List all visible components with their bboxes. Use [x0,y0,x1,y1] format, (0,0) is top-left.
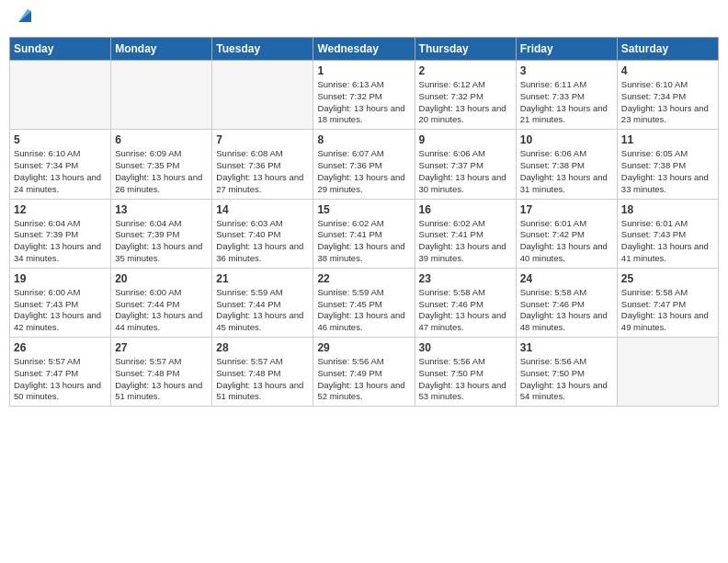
day-number: 23 [419,272,512,285]
day-info: Sunrise: 5:57 AM Sunset: 7:47 PM Dayligh… [14,356,107,403]
day-info: Sunrise: 6:02 AM Sunset: 7:41 PM Dayligh… [419,218,512,265]
day-number: 24 [520,272,613,285]
week-row-4: 19Sunrise: 6:00 AM Sunset: 7:43 PM Dayli… [10,268,719,337]
day-number: 12 [14,203,107,216]
logo [13,9,35,29]
calendar-cell: 12Sunrise: 6:04 AM Sunset: 7:39 PM Dayli… [10,199,111,268]
calendar-cell: 27Sunrise: 5:57 AM Sunset: 7:48 PM Dayli… [111,338,212,407]
calendar-cell: 30Sunrise: 5:56 AM Sunset: 7:50 PM Dayli… [415,338,516,407]
calendar-cell: 18Sunrise: 6:01 AM Sunset: 7:43 PM Dayli… [617,199,718,268]
day-number: 25 [621,272,714,285]
week-row-2: 5Sunrise: 6:10 AM Sunset: 7:34 PM Daylig… [10,130,719,199]
calendar-cell [212,61,313,130]
day-info: Sunrise: 6:02 AM Sunset: 7:41 PM Dayligh… [317,218,410,265]
calendar-cell [617,338,718,407]
day-number: 13 [115,203,208,216]
calendar-cell: 3Sunrise: 6:11 AM Sunset: 7:33 PM Daylig… [516,61,617,130]
page: SundayMondayTuesdayWednesdayThursdayFrid… [0,0,728,563]
day-info: Sunrise: 6:04 AM Sunset: 7:39 PM Dayligh… [14,218,107,265]
day-header-sunday: Sunday [10,38,111,61]
day-number: 9 [419,133,512,146]
calendar-cell: 4Sunrise: 6:10 AM Sunset: 7:34 PM Daylig… [617,61,718,130]
week-row-1: 1Sunrise: 6:13 AM Sunset: 7:32 PM Daylig… [10,61,719,130]
day-info: Sunrise: 6:00 AM Sunset: 7:44 PM Dayligh… [115,287,208,334]
calendar-cell: 9Sunrise: 6:06 AM Sunset: 7:37 PM Daylig… [415,130,516,199]
calendar-cell: 11Sunrise: 6:05 AM Sunset: 7:38 PM Dayli… [617,130,718,199]
day-number: 29 [317,341,410,354]
day-number: 20 [115,272,208,285]
day-number: 11 [621,133,714,146]
day-info: Sunrise: 6:06 AM Sunset: 7:38 PM Dayligh… [520,148,613,195]
day-info: Sunrise: 5:56 AM Sunset: 7:50 PM Dayligh… [419,356,512,403]
day-number: 5 [14,133,107,146]
day-header-saturday: Saturday [617,38,718,61]
calendar-header-row: SundayMondayTuesdayWednesdayThursdayFrid… [10,38,719,61]
day-number: 10 [520,133,613,146]
week-row-3: 12Sunrise: 6:04 AM Sunset: 7:39 PM Dayli… [10,199,719,268]
calendar-cell: 6Sunrise: 6:09 AM Sunset: 7:35 PM Daylig… [111,130,212,199]
day-number: 26 [14,341,107,354]
calendar-cell: 28Sunrise: 5:57 AM Sunset: 7:48 PM Dayli… [212,338,313,407]
day-header-wednesday: Wednesday [313,38,415,61]
calendar-cell: 20Sunrise: 6:00 AM Sunset: 7:44 PM Dayli… [111,268,212,337]
day-header-thursday: Thursday [415,38,516,61]
day-number: 22 [317,272,410,285]
calendar-cell: 13Sunrise: 6:04 AM Sunset: 7:39 PM Dayli… [111,199,212,268]
day-info: Sunrise: 6:08 AM Sunset: 7:36 PM Dayligh… [216,148,309,195]
day-number: 30 [419,341,512,354]
calendar-cell: 14Sunrise: 6:03 AM Sunset: 7:40 PM Dayli… [212,199,313,268]
calendar-cell: 15Sunrise: 6:02 AM Sunset: 7:41 PM Dayli… [313,199,415,268]
day-number: 19 [14,272,107,285]
calendar-cell: 19Sunrise: 6:00 AM Sunset: 7:43 PM Dayli… [10,268,111,337]
day-number: 17 [520,203,613,216]
day-number: 7 [216,133,309,146]
calendar-cell: 26Sunrise: 5:57 AM Sunset: 7:47 PM Dayli… [10,338,111,407]
day-number: 15 [317,203,410,216]
day-info: Sunrise: 5:58 AM Sunset: 7:46 PM Dayligh… [520,287,613,334]
day-number: 21 [216,272,309,285]
calendar-cell: 17Sunrise: 6:01 AM Sunset: 7:42 PM Dayli… [516,199,617,268]
day-info: Sunrise: 6:12 AM Sunset: 7:32 PM Dayligh… [419,79,512,126]
day-number: 28 [216,341,309,354]
day-info: Sunrise: 6:00 AM Sunset: 7:43 PM Dayligh… [14,287,107,334]
header [9,9,719,29]
day-info: Sunrise: 6:07 AM Sunset: 7:36 PM Dayligh… [317,148,410,195]
day-info: Sunrise: 6:01 AM Sunset: 7:43 PM Dayligh… [621,218,714,265]
day-info: Sunrise: 5:57 AM Sunset: 7:48 PM Dayligh… [115,356,208,403]
calendar: SundayMondayTuesdayWednesdayThursdayFrid… [9,37,719,407]
day-number: 27 [115,341,208,354]
day-number: 8 [317,133,410,146]
day-header-monday: Monday [111,38,212,61]
day-header-friday: Friday [516,38,617,61]
day-info: Sunrise: 6:10 AM Sunset: 7:34 PM Dayligh… [621,79,714,126]
day-info: Sunrise: 6:03 AM Sunset: 7:40 PM Dayligh… [216,218,309,265]
calendar-cell: 16Sunrise: 6:02 AM Sunset: 7:41 PM Dayli… [415,199,516,268]
day-number: 18 [621,203,714,216]
calendar-cell: 31Sunrise: 5:56 AM Sunset: 7:50 PM Dayli… [516,338,617,407]
day-info: Sunrise: 5:59 AM Sunset: 7:44 PM Dayligh… [216,287,309,334]
calendar-cell [10,61,111,130]
calendar-cell: 10Sunrise: 6:06 AM Sunset: 7:38 PM Dayli… [516,130,617,199]
week-row-5: 26Sunrise: 5:57 AM Sunset: 7:47 PM Dayli… [10,338,719,407]
calendar-cell: 29Sunrise: 5:56 AM Sunset: 7:49 PM Dayli… [313,338,415,407]
calendar-cell: 1Sunrise: 6:13 AM Sunset: 7:32 PM Daylig… [313,61,415,130]
logo-icon [15,6,35,26]
calendar-cell [111,61,212,130]
day-info: Sunrise: 6:11 AM Sunset: 7:33 PM Dayligh… [520,79,613,126]
day-number: 6 [115,133,208,146]
day-number: 14 [216,203,309,216]
day-number: 2 [419,64,512,77]
day-info: Sunrise: 5:59 AM Sunset: 7:45 PM Dayligh… [317,287,410,334]
day-number: 16 [419,203,512,216]
day-info: Sunrise: 6:05 AM Sunset: 7:38 PM Dayligh… [621,148,714,195]
day-info: Sunrise: 5:58 AM Sunset: 7:47 PM Dayligh… [621,287,714,334]
day-info: Sunrise: 5:56 AM Sunset: 7:50 PM Dayligh… [520,356,613,403]
day-info: Sunrise: 6:01 AM Sunset: 7:42 PM Dayligh… [520,218,613,265]
day-info: Sunrise: 6:13 AM Sunset: 7:32 PM Dayligh… [317,79,410,126]
day-number: 4 [621,64,714,77]
day-number: 31 [520,341,613,354]
calendar-cell: 23Sunrise: 5:58 AM Sunset: 7:46 PM Dayli… [415,268,516,337]
calendar-cell: 22Sunrise: 5:59 AM Sunset: 7:45 PM Dayli… [313,268,415,337]
day-header-tuesday: Tuesday [212,38,313,61]
calendar-cell: 21Sunrise: 5:59 AM Sunset: 7:44 PM Dayli… [212,268,313,337]
